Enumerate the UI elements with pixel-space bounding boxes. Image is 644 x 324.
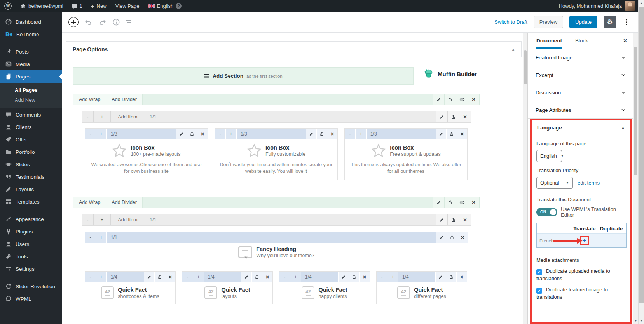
switch-to-draft-link[interactable]: Switch to Draft xyxy=(494,19,527,25)
delete-item-button[interactable]: ✕ xyxy=(457,232,468,243)
export-item-button[interactable] xyxy=(251,272,262,282)
site-name-link[interactable]: betheme&wpml xyxy=(16,0,68,12)
window-scrollbar-thumb[interactable] xyxy=(639,7,644,303)
content-scrollbar-thumb[interactable] xyxy=(524,50,527,84)
sidebar-item-add-new[interactable]: Add New xyxy=(0,95,62,105)
add-divider-button[interactable]: Add Divider xyxy=(106,197,143,208)
sidebar-item-slides[interactable]: Slides xyxy=(0,158,62,171)
item-minus-button[interactable]: - xyxy=(279,272,290,282)
update-button[interactable]: Update xyxy=(569,16,597,28)
close-sidebar-button[interactable]: ✕ xyxy=(623,33,627,49)
delete-item-button[interactable]: ✕ xyxy=(457,129,467,139)
export-section-button[interactable] xyxy=(444,197,456,208)
delete-item-button[interactable]: ✕ xyxy=(359,272,370,282)
export-section-button[interactable] xyxy=(444,94,456,105)
tab-document[interactable]: Document xyxy=(536,33,562,49)
tab-block[interactable]: Block xyxy=(575,33,588,49)
quick-fact-item[interactable]: - + 1/4 ✕ 42 Quick Fact layouts xyxy=(182,271,273,304)
item-plus-button[interactable]: + xyxy=(226,129,237,139)
new-menu[interactable]: + New xyxy=(87,0,111,12)
delete-wrap-button[interactable]: ✕ xyxy=(459,111,471,122)
sidebar-item-appearance[interactable]: Appearance xyxy=(0,213,62,225)
item-plus-button[interactable]: + xyxy=(96,272,107,282)
export-item-button[interactable] xyxy=(446,272,456,282)
sidebar-item-plugins[interactable]: Plugins xyxy=(0,225,62,238)
item-minus-button[interactable]: - xyxy=(215,129,226,139)
more-options-button[interactable]: ⋮ xyxy=(622,18,630,26)
edit-item-button[interactable] xyxy=(436,232,447,243)
sidebar-item-all-pages[interactable]: All Pages xyxy=(0,85,62,95)
export-item-button[interactable] xyxy=(187,129,197,139)
item-plus-button[interactable]: + xyxy=(290,272,301,282)
edit-section-button[interactable] xyxy=(433,94,444,105)
sidebar-item-settings[interactable]: Settings xyxy=(0,263,62,275)
item-minus-button[interactable]: - xyxy=(85,129,96,139)
sidebar-item-portfolio[interactable]: Portfolio xyxy=(0,146,62,158)
edit-item-button[interactable] xyxy=(338,272,349,282)
sidebar-item-posts[interactable]: Posts xyxy=(0,45,62,58)
add-section-button[interactable]: Add Section as the first section xyxy=(73,67,414,85)
edit-section-button[interactable] xyxy=(433,197,444,208)
page-options-panel[interactable]: Page Options ▲ xyxy=(66,41,522,57)
preview-button[interactable]: Preview xyxy=(534,16,563,28)
edit-item-button[interactable] xyxy=(176,129,187,139)
export-item-button[interactable] xyxy=(446,129,457,139)
item-plus-button[interactable]: + xyxy=(193,272,204,282)
delete-section-button[interactable]: ✕ xyxy=(468,94,479,105)
add-item-button[interactable]: Add Item xyxy=(111,214,145,225)
sidebar-item-clients[interactable]: Clients xyxy=(0,121,62,133)
sidebar-item-tools[interactable]: Tools xyxy=(0,250,62,263)
edit-item-button[interactable] xyxy=(144,272,154,282)
delete-item-button[interactable]: ✕ xyxy=(327,129,337,139)
avatar[interactable] xyxy=(625,1,635,11)
panel-featured-image[interactable]: Featured Image xyxy=(528,49,633,66)
add-block-button[interactable] xyxy=(68,17,79,27)
sidebar-item-users[interactable]: Users xyxy=(0,238,62,250)
quick-fact-item[interactable]: - + 1/4 ✕ 42 Quick Fact shortcodes & ite… xyxy=(85,271,176,304)
wrap-plus-button[interactable]: + xyxy=(94,214,111,225)
add-item-button[interactable]: Add Item xyxy=(111,111,145,122)
duplicate-checkbox[interactable] xyxy=(597,237,597,244)
add-divider-button[interactable]: Add Divider xyxy=(106,94,143,105)
delete-item-button[interactable]: ✕ xyxy=(262,272,272,282)
item-minus-button[interactable]: - xyxy=(345,129,356,139)
export-item-button[interactable] xyxy=(349,272,359,282)
item-minus-button[interactable]: - xyxy=(85,272,96,282)
wrap-minus-button[interactable]: - xyxy=(82,111,94,122)
panel-scrollbar-thumb[interactable] xyxy=(634,47,637,175)
panel-scrollbar[interactable]: ▼ xyxy=(633,33,638,324)
delete-item-button[interactable]: ✕ xyxy=(165,272,175,282)
wpml-editor-toggle[interactable]: ON xyxy=(536,208,557,216)
sidebar-item-slider-revolution[interactable]: Slider Revolution xyxy=(0,280,62,293)
item-plus-button[interactable]: + xyxy=(96,129,107,139)
delete-item-button[interactable]: ✕ xyxy=(197,129,208,139)
view-page-link[interactable]: View Page xyxy=(111,0,144,12)
visibility-section-button[interactable] xyxy=(456,94,468,105)
wordpress-menu[interactable]: W xyxy=(0,0,16,12)
delete-wrap-button[interactable]: ✕ xyxy=(459,214,471,225)
delete-item-button[interactable]: ✕ xyxy=(456,272,467,282)
add-wrap-button[interactable]: Add Wrap xyxy=(73,197,106,208)
sidebar-item-offer[interactable]: Offer xyxy=(0,133,62,146)
list-view-icon[interactable] xyxy=(126,20,131,24)
edit-item-button[interactable] xyxy=(436,129,446,139)
sidebar-item-betheme[interactable]: Be BeTheme xyxy=(0,28,62,40)
icon-box-item[interactable]: - + 1/3 ✕ Icon Box xyxy=(344,128,468,180)
icon-box-item[interactable]: - + 1/3 ✕ Icon Box xyxy=(215,128,338,180)
export-item-button[interactable] xyxy=(316,129,327,139)
edit-item-button[interactable] xyxy=(306,129,316,139)
checked-checkbox[interactable]: ✓ xyxy=(536,288,542,294)
scroll-down-icon[interactable]: ▼ xyxy=(633,319,638,322)
sidebar-item-pages[interactable]: Pages xyxy=(0,70,62,83)
fancy-heading-item[interactable]: - + 1/1 ✕ Fancy Heading Why you'll love … xyxy=(85,232,468,261)
export-wrap-button[interactable] xyxy=(447,111,459,122)
delete-section-button[interactable]: ✕ xyxy=(468,197,479,208)
sidebar-item-wpml[interactable]: WPML xyxy=(0,293,62,305)
howdy-account[interactable]: Howdy, Mohammed Khafaja xyxy=(559,3,622,9)
sidebar-item-layouts[interactable]: Layouts xyxy=(0,183,62,195)
visibility-section-button[interactable] xyxy=(456,197,468,208)
sidebar-item-testimonials[interactable]: Testimonials xyxy=(0,171,62,183)
redo-icon[interactable] xyxy=(98,18,106,26)
edit-item-button[interactable] xyxy=(435,272,446,282)
panel-excerpt[interactable]: Excerpt xyxy=(528,66,633,84)
